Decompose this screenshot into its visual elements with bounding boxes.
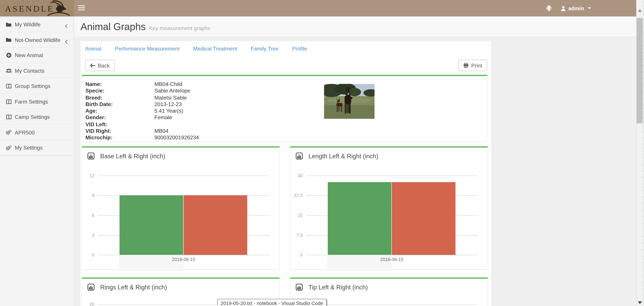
tab-bar: Animal Performance Measurement Medical T…	[85, 46, 321, 56]
gears-icon	[5, 145, 12, 151]
y-axis-tick-label: 9	[82, 193, 94, 198]
chart-gridline	[98, 176, 270, 176]
y-axis-tick-label: 0	[82, 252, 94, 257]
y-axis-tick-label: 0	[290, 252, 302, 257]
y-axis-tick-label: 12	[82, 173, 94, 178]
user-menu[interactable]: admin	[560, 5, 591, 12]
arrow-left-icon	[90, 63, 95, 68]
tab-medical-treatment[interactable]: Medical Treatment	[193, 46, 237, 56]
users-icon	[5, 68, 12, 73]
chevron-left-icon	[65, 23, 68, 30]
taskbar-tooltip: 2019-05-20.txt - notebook - Visual Studi…	[217, 299, 326, 306]
chevron-left-icon	[65, 38, 68, 46]
sidebar: My Wildlife Not-Owned Wildlife New Anima…	[0, 17, 74, 306]
chart-plot: 07.51522.5302016-06-15	[290, 148, 488, 269]
vertical-scrollbar[interactable]	[636, 0, 643, 306]
sidebar-item-new-animal[interactable]: New Animal	[0, 48, 74, 63]
printer-icon	[464, 63, 469, 68]
globe-icon[interactable]	[546, 5, 552, 11]
scroll-up-arrow-icon[interactable]	[638, 9, 642, 12]
chart-card-base: Base Left & Right (inch) 0369122016-06-1…	[82, 146, 280, 270]
sidebar-item-my-contacts[interactable]: My Contacts	[0, 63, 74, 79]
sidebar-item-farm-settings[interactable]: Farm Settings	[0, 94, 74, 109]
y-axis-tick-label: 3	[82, 233, 94, 237]
detail-row: Birth Date:2013-12-23	[85, 101, 199, 108]
x-axis-label: 2016-06-15	[351, 257, 433, 262]
tab-profile[interactable]: Profile	[292, 46, 307, 56]
app-window: ASENDLE	[0, 0, 644, 306]
caret-down-icon	[588, 8, 591, 9]
bar-right	[392, 182, 456, 255]
sidebar-toggle-button[interactable]	[78, 5, 85, 11]
sidebar-item-my-wildlife[interactable]: My Wildlife	[0, 17, 74, 32]
y-axis-tick-label: 30	[290, 173, 302, 178]
page-title: Animal GraphsKey measurement graphs	[80, 21, 210, 33]
topbar-right: admin	[546, 0, 591, 17]
print-button[interactable]: Print	[458, 60, 487, 71]
y-axis-tick-label: 15	[290, 213, 302, 217]
brand-name: ASENDLE	[5, 4, 54, 14]
chart-gridline	[306, 176, 478, 176]
detail-row: VID Left:	[85, 121, 199, 128]
background-window-edge	[643, 0, 644, 306]
tab-family-tree[interactable]: Family Tree	[250, 46, 278, 56]
tab-animal[interactable]: Animal	[85, 46, 101, 56]
columns-icon	[5, 99, 12, 104]
animal-detail-panel: Name:MB04-Child Specie:Sable Antelope Br…	[82, 75, 488, 142]
animal-photo	[324, 84, 374, 119]
detail-row: Name:MB04-Child	[85, 81, 199, 88]
sidebar-item-my-settings[interactable]: My Settings	[0, 140, 74, 156]
columns-icon	[5, 115, 12, 119]
detail-row: Age:5.41 Year(s)	[85, 108, 199, 115]
toolbar: Back Print	[80, 60, 491, 71]
tab-performance-measurement[interactable]: Performance Measurement	[115, 46, 180, 56]
y-axis-tick-label: 22.5	[290, 193, 302, 198]
folder-icon	[5, 38, 12, 42]
columns-icon	[5, 84, 12, 89]
sidebar-item-camp-settings[interactable]: Camp Settings	[0, 109, 74, 125]
content-header: Animal GraphsKey measurement graphs	[74, 17, 636, 37]
sidebar-item-not-owned-wildlife[interactable]: Not-Owned Wildlife	[0, 32, 74, 48]
user-icon	[560, 6, 566, 11]
x-axis-label: 2016-06-15	[142, 257, 225, 262]
sidebar-item-group-settings[interactable]: Group Settings	[0, 79, 74, 94]
animal-detail-rows: Name:MB04-Child Specie:Sable Antelope Br…	[85, 81, 199, 141]
chart-gridline	[306, 304, 478, 304]
sidebar-item-apr500[interactable]: APR500	[0, 125, 74, 140]
detail-row: Microchip:900032001926234	[85, 135, 199, 141]
y-axis-tick-label: 20	[82, 302, 94, 306]
page-subtitle: Key measurement graphs	[149, 25, 210, 31]
y-axis-tick-label: 6	[82, 213, 94, 217]
brand-logo[interactable]: ASENDLE	[0, 0, 74, 17]
bar-left	[120, 195, 183, 255]
bar-right	[184, 195, 247, 255]
plus-circle-icon	[5, 53, 12, 58]
bar-left	[328, 182, 392, 255]
scrollbar-thumb[interactable]	[636, 18, 643, 123]
detail-row: Specie:Sable Antelope	[85, 88, 199, 94]
detail-row: Breed:Matetsi Sable	[85, 94, 199, 101]
y-axis-tick-label: 7.5	[290, 233, 302, 237]
chart-plot: 0369122016-06-15	[82, 148, 280, 269]
scroll-down-arrow-icon[interactable]	[638, 301, 642, 304]
detail-row: VID Right:MB04	[85, 128, 199, 135]
topbar: ASENDLE	[0, 0, 636, 17]
user-label: admin	[568, 5, 584, 12]
detail-row: Gender:Female	[85, 115, 199, 121]
back-button[interactable]: Back	[85, 60, 114, 71]
folder-icon	[5, 22, 12, 27]
main-panel: Animal Performance Measurement Medical T…	[80, 41, 491, 306]
antelope-logo-icon: ASENDLE	[0, 0, 74, 17]
gears-icon	[5, 130, 12, 135]
chart-card-length: Length Left & Right (inch) 07.51522.5302…	[290, 146, 488, 270]
